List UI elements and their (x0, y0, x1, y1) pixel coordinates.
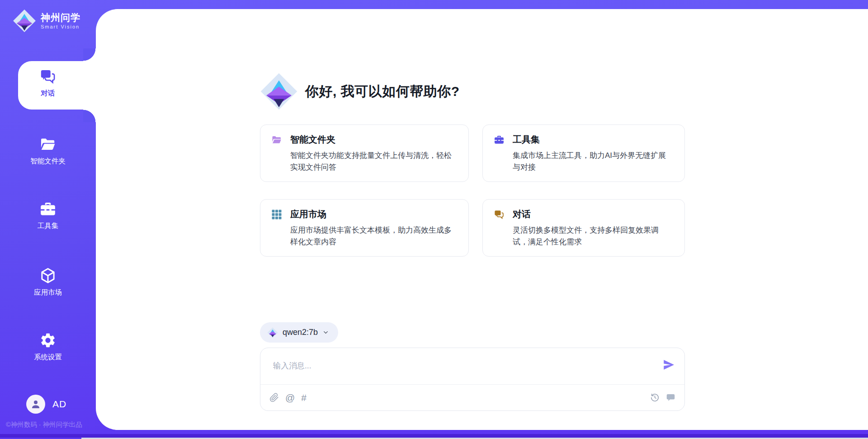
sidebar-item-label: 系统设置 (34, 353, 62, 362)
chat-icon (39, 68, 57, 85)
app-window: 神州问学 Smart Vision 对话 智能文件夹 工具集 应用市场 系统设置 (0, 0, 868, 439)
card-app-market[interactable]: 应用市场 应用市场提供丰富长文本模板，助力高效生成多样化文章内容 (260, 199, 469, 257)
sidebar-item-settings[interactable]: 系统设置 (0, 332, 96, 362)
toolbox-icon (494, 134, 505, 145)
folder-icon (39, 136, 57, 153)
model-diamond-logo-icon (267, 327, 278, 338)
cube-icon (39, 267, 57, 284)
card-chat[interactable]: 对话 灵活切换多模型文件，支持多样回复效果调试，满足个性化需求 (482, 199, 685, 257)
card-smart-folder[interactable]: 智能文件夹 智能文件夹功能支持批量文件上传与清洗，轻松实现文件问答 (260, 124, 469, 182)
card-title: 应用市场 (290, 208, 326, 220)
message-icon[interactable] (666, 393, 675, 402)
card-title: 对话 (513, 208, 531, 220)
history-icon[interactable] (650, 393, 660, 402)
card-description: 灵活切换多模型文件，支持多样回复效果调试，满足个性化需求 (513, 224, 674, 248)
card-description: 集成市场上主流工具，助力AI与外界无缝扩展与对接 (513, 150, 674, 173)
card-description: 智能文件夹功能支持批量文件上传与清洗，轻松实现文件问答 (290, 150, 458, 173)
avatar (26, 395, 45, 414)
brand-subtitle: Smart Vision (41, 24, 80, 29)
user-account[interactable]: AD (26, 395, 66, 414)
sidebar: 神州问学 Smart Vision 对话 智能文件夹 工具集 应用市场 系统设置 (0, 0, 96, 439)
card-toolset[interactable]: 工具集 集成市场上主流工具，助力AI与外界无缝扩展与对接 (482, 124, 685, 182)
gear-icon (39, 332, 57, 349)
hash-icon[interactable]: # (301, 393, 307, 402)
at-icon[interactable]: @ (285, 393, 295, 402)
model-selector[interactable]: qwen2:7b (260, 322, 338, 343)
sidebar-item-label: 工具集 (38, 221, 59, 231)
copyright-text: ©神州数码 · 神州问学出品 (6, 420, 82, 429)
sidebar-item-label: 应用市场 (34, 288, 62, 297)
send-icon[interactable] (662, 358, 675, 372)
sidebar-item-app-market[interactable]: 应用市场 (0, 267, 96, 297)
bottom-accent-bar (0, 434, 868, 438)
sidebar-item-toolset[interactable]: 工具集 (0, 200, 96, 231)
brand-name: 神州问学 (41, 12, 80, 23)
folder-icon (271, 134, 282, 145)
chevron-down-icon (322, 329, 329, 336)
model-name: qwen2:7b (283, 328, 318, 337)
active-tab-fillet-top (83, 48, 96, 61)
greeting: 你好, 我可以如何帮助你? (260, 72, 460, 110)
composer-toolbar: @ # (260, 384, 684, 410)
grid-icon (271, 209, 282, 220)
brand-diamond-logo-icon (13, 9, 36, 33)
greeting-title: 你好, 我可以如何帮助你? (305, 82, 460, 101)
brand: 神州问学 Smart Vision (13, 9, 80, 33)
message-input[interactable] (272, 353, 653, 378)
assistant-diamond-logo-icon (260, 72, 298, 110)
user-initials: AD (52, 399, 66, 410)
sidebar-item-chat[interactable]: 对话 (0, 68, 96, 98)
card-title: 工具集 (513, 134, 540, 146)
chat-icon (494, 209, 505, 220)
sidebar-item-label: 对话 (41, 89, 55, 98)
toolbox-icon (39, 200, 57, 218)
sidebar-item-label: 智能文件夹 (30, 157, 66, 166)
message-composer: @ # (260, 348, 685, 411)
person-icon (30, 399, 41, 410)
sidebar-item-smart-folder[interactable]: 智能文件夹 (0, 136, 96, 166)
paperclip-icon[interactable] (269, 393, 279, 402)
card-title: 智能文件夹 (290, 134, 335, 146)
card-description: 应用市场提供丰富长文本模板，助力高效生成多样化文章内容 (290, 224, 458, 248)
active-tab-fillet-bottom (83, 110, 96, 122)
